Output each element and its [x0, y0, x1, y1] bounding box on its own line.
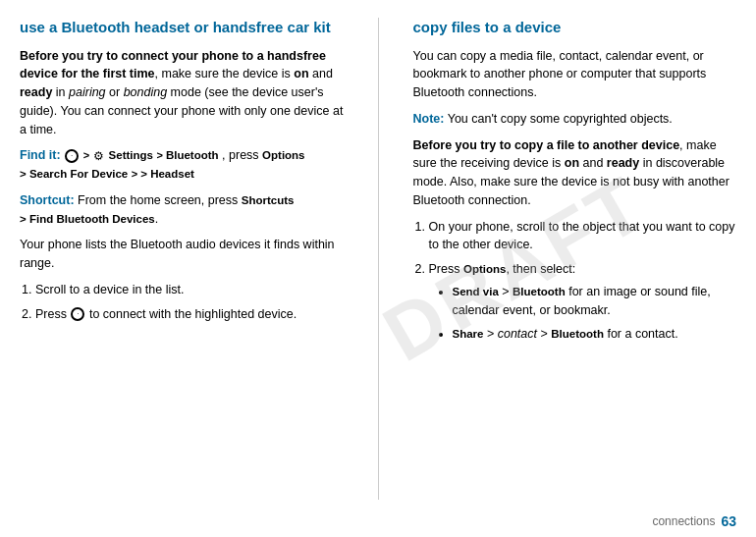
content-area: use a Bluetooth headset or handsfree car…	[0, 0, 756, 510]
footer-page: 63	[721, 513, 736, 529]
center-dot2-icon: ·	[71, 307, 84, 321]
findit-headset: > Headset	[140, 168, 194, 180]
left-column: use a Bluetooth headset or handsfree car…	[20, 18, 344, 500]
footer: connections 63	[0, 510, 756, 537]
right-step1: On your phone, scroll to the object that…	[429, 218, 737, 255]
right-note: Note: You can't copy some copyrighted ob…	[413, 110, 737, 129]
right-para1: You can copy a media file, contact, cale…	[413, 47, 737, 102]
right-step2: Press Options, then select: Send via > B…	[429, 260, 737, 344]
left-title: use a Bluetooth headset or handsfree car…	[20, 18, 344, 37]
right-bullets: Send via > Bluetooth for an image or sou…	[429, 283, 737, 344]
left-para1: Before you try to connect your phone to …	[20, 47, 344, 139]
footer-text: connections	[652, 514, 715, 528]
right-column: copy files to a device You can copy a me…	[413, 18, 737, 500]
right-bullet1: Send via > Bluetooth for an image or sou…	[453, 283, 737, 320]
center-dot-icon: ·	[65, 149, 79, 163]
left-para2: Your phone lists the Bluetooth audio dev…	[20, 236, 344, 273]
settings-icon: ⚙	[93, 147, 104, 165]
left-findit: Find it: · > ⚙ Settings > Bluetooth , pr…	[20, 146, 344, 184]
left-step1: Scroll to a device in the list.	[35, 281, 344, 299]
right-steps: On your phone, scroll to the object that…	[413, 218, 737, 345]
column-divider	[378, 18, 379, 500]
right-para2: Before you try to copy a file to another…	[413, 136, 737, 210]
left-step2: Press · to connect with the highlighted …	[35, 305, 344, 324]
right-title: copy files to a device	[413, 18, 737, 37]
left-shortcut: Shortcut: From the home screen, press Sh…	[20, 191, 344, 229]
right-bullet2: Share > contact > Bluetooth for a contac…	[453, 325, 737, 344]
left-steps: Scroll to a device in the list. Press · …	[20, 281, 344, 324]
page: DRAFT use a Bluetooth headset or handsfr…	[0, 0, 756, 537]
